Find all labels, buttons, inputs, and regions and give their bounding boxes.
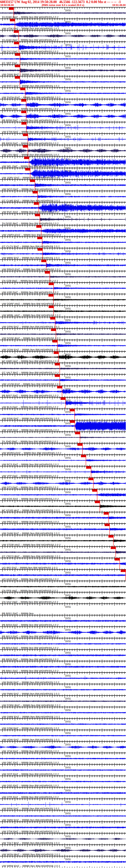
trace-row-uw-lkvw-ehz[interactable]: 19:51xT 4UW LKVW EHZ -- 99999.0km BW HIG… xyxy=(0,374,126,386)
trace-label: UW VFP EHZ -- 99999.0km BW HIGHPASS 2.0 … xyxy=(2,474,58,477)
trace-row-uw-stor-hhz[interactable]: 19:51xT 4UW STOR HHZ -- 99999.0km BW HIG… xyxy=(0,535,126,547)
trace-row-uw-bln-ehz[interactable]: 19:51xT 4UW BLN EHZ -- 99999.0km BW HIGH… xyxy=(0,397,126,409)
waveform xyxy=(0,183,126,187)
trace-row-pb-b004-ehz[interactable]: 19:51PB B004 EHZ -- 99999.0km BW HIGHPAS… xyxy=(0,615,126,627)
trace-canvas: 19:51UW WISH BHZ -- 99999.0km BW HIGHPAS… xyxy=(0,844,126,856)
trace-row-ta-e04d-bhz[interactable]: 19:51xT 4TA E04D BHZ -- 99999.0km BW HIG… xyxy=(0,7,126,19)
trace-row-uw-wrw-ehz[interactable]: 19:51UW WRW EHZ -- 99999.0km BW HIGHPASS… xyxy=(0,856,126,868)
trace-row-uw-rrhs-ehz[interactable]: 19:51xT 4UW RRHS EHZ -- 99999.0km BW HIG… xyxy=(0,259,126,271)
trace-row-uw-otr-ehz[interactable]: 19:51UW OTR EHZ -- 99999.0km BW HIGHPASS… xyxy=(0,787,126,799)
tick-time-label: 19:51 xyxy=(65,135,71,138)
trace-row-cc-sep-ehz[interactable]: 19:51xT 4CC SEP EHZ -- 99999.0km BW HIGH… xyxy=(0,53,126,65)
trace-label: PB B941 EHZ -- 99999.0km BW HIGHPASS 2.0… xyxy=(2,670,58,672)
trace-row-uw-osd-ehz[interactable]: 19:51UW OSD EHZ -- 99999.0km BW HIGHPASS… xyxy=(0,776,126,787)
trace-row-pb-b007-ehz[interactable]: 19:51xT 4PB B007 EHZ -- 99999.0km BW HIG… xyxy=(0,385,126,397)
trace-row-uw-fmw-ehz[interactable]: 19:51UW FMW EHZ -- 99999.0km BW HIGHPASS… xyxy=(0,684,126,695)
trace-row-cn-vgz-hhz[interactable]: 19:51CN VGZ HHZ -- 99999.0km BW HIGHPASS… xyxy=(0,592,126,604)
pick-flag-label: xT 4 xyxy=(34,203,38,205)
trace-row-uw-pat2-ehz[interactable]: 19:51xT 4UW PAT2 EHZ -- 99999.0km BW HIG… xyxy=(0,76,126,88)
trace-row-uw-fork-bhz[interactable]: 19:51UW FORK BHZ -- 99999.0km BW HIGHPAS… xyxy=(0,695,126,707)
pick-flag-label: xT 4 xyxy=(82,455,85,457)
trace-row-uw-oow-ehz[interactable]: 19:51xT 4UW OOW EHZ -- 99999.0km BW HIGH… xyxy=(0,340,126,351)
trace-row-uw-gnw-bhz[interactable]: 19:51xT 4UW GNW BHZ -- 99999.0km BW HIGH… xyxy=(0,64,126,76)
trace-row-uw-vgr-ehz[interactable]: 19:51xT 4UW VGR EHZ -- 99999.0km BW HIGH… xyxy=(0,420,126,432)
trace-row-pb-b005-ehz[interactable]: 19:51xT 4PB B005 EHZ -- 99999.0km BW HIG… xyxy=(0,99,126,111)
trace-row-uw-ot3-ehz[interactable]: 19:51xT 4UW OT3 EHZ -- 99999.0km BW HIGH… xyxy=(0,477,126,489)
trace-row-uw-gmw-ehz[interactable]: 19:51UW GMW EHZ -- 99999.0km BW HIGHPASS… xyxy=(0,707,126,718)
trace-row-uw-nco-ehz[interactable]: 19:51xT 4UW NCO EHZ -- 99999.0km BW HIGH… xyxy=(0,179,126,191)
trace-row-uw-jqrv-ehz[interactable]: 19:51xT 4UW JQRV EHZ -- 99999.0km BW HIG… xyxy=(0,168,126,179)
pick-flag-label: xT 4 xyxy=(109,535,113,537)
trace-row-pb-b013-ehz[interactable]: 19:51PB B013 EHZ -- 99999.0km BW HIGHPAS… xyxy=(0,626,126,638)
trace-row-uw-uwfh-ehz[interactable]: 19:51xT 4UW UWFH EHZ -- 99999.0km BW HIG… xyxy=(0,225,126,237)
trace-row-cc-clms-ehz[interactable]: 19:51xT 4CC CLMS EHZ -- 99999.0km BW HIG… xyxy=(0,191,126,203)
trace-row-uw-dose-bhz[interactable]: 19:51xT 4UW DOSE BHZ -- 99999.0km BW HIG… xyxy=(0,328,126,340)
trace-row-uw-ghw-ehz[interactable]: 19:51xT 4UW GHW EHZ -- 99999.0km BW HIGH… xyxy=(0,523,126,535)
trace-label: PB B006 EHZ -- 99999.0km BW HIGHPASS 2.0… xyxy=(2,119,58,122)
trace-row-uw-bhw-ehz[interactable]: 19:51UW BHW EHZ -- 99999.0km BW HIGHPASS… xyxy=(0,672,126,684)
trace-row-uw-htw-ehz[interactable]: 19:51xT 4UW HTW EHZ -- 99999.0km BW HIGH… xyxy=(0,19,126,30)
trace-row-ta-j04d-bhz[interactable]: 19:51xT 4TA J04D BHZ -- 99999.0km BW HIG… xyxy=(0,432,126,443)
trace-row-uw-ocp-ehz[interactable]: 19:51UW OCP EHZ -- 99999.0km BW HIGHPASS… xyxy=(0,764,126,776)
trace-row-nc-ksxb-hhz[interactable]: 19:51xT 4NC KSXB HHZ -- 99999.0km BW HIG… xyxy=(0,500,126,512)
waveform xyxy=(0,310,126,312)
trace-label: PB B005 EHZ -- 99999.0km BW HIGHPASS 2.0… xyxy=(2,107,58,111)
trace-row-uw-etw-ehz[interactable]: 19:51xT 4UW ETW EHZ -- 99999.0km BW HIGH… xyxy=(0,122,126,133)
trace-row-uo-iro-ehz[interactable]: 19:51xT 4UO IRO EHZ -- 99999.0km BW HIGH… xyxy=(0,558,126,569)
pick-flag-label: xT 4 xyxy=(115,558,119,560)
trace-row-uw-moro-ehz[interactable]: 19:51xT 4UW MORO EHZ -- 99999.0km BW HIG… xyxy=(0,443,126,455)
trace-row-uw-gpw-ehz[interactable]: 19:51xT 4UW GPW EHZ -- 99999.0km BW HIGH… xyxy=(0,317,126,329)
trace-row-uw-ddrf-hhz[interactable]: 19:51xT 4UW DDRF HHZ -- 99999.0km BW HIG… xyxy=(0,294,126,306)
trace-row-uw-svoh-ehz[interactable]: 19:51xT 4UW SVOH EHZ -- 99999.0km BW HIG… xyxy=(0,87,126,99)
pick-flag-label: xT 4 xyxy=(14,30,18,33)
trace-row-uw-rcs-ehz[interactable]: 19:51xT 4UW RCS EHZ -- 99999.0km BW HIGH… xyxy=(0,455,126,466)
trace-row-pb-b926-ehz[interactable]: 19:51xT 4PB B926 EHZ -- 99999.0km BW HIG… xyxy=(0,133,126,145)
trace-row-cc-valt-bhz[interactable]: 19:51xT 4CC VALT BHZ -- 99999.0km BW HIG… xyxy=(0,363,126,374)
trace-row-uw-wish-bhz[interactable]: 19:51UW WISH BHZ -- 99999.0km BW HIGHPAS… xyxy=(0,844,126,856)
trace-canvas: 19:51xT 4UW PRO EHZ -- 99999.0km BW HIGH… xyxy=(0,512,126,524)
trace-row-uw-rsw-ehz[interactable]: 19:51xT 4UW RSW EHZ -- 99999.0km BW HIGH… xyxy=(0,409,126,420)
trace-row-uw-jcw-ehz[interactable]: 19:51UW JCW EHZ -- 99999.0km BW HIGHPASS… xyxy=(0,741,126,753)
trace-row-nc-kmr-hhz[interactable]: 19:51xT 4NC KMR HHZ -- 99999.0km BW HIGH… xyxy=(0,351,126,363)
pick-flag-label: xT 4 xyxy=(25,157,29,159)
trace-row-uw-tolt-bhz[interactable]: 19:51UW TOLT BHZ -- 99999.0km BW HIGHPAS… xyxy=(0,833,126,845)
trace-row-uw-nel-ehz[interactable]: 19:51xT 4UW NEL EHZ -- 99999.0km BW HIGH… xyxy=(0,156,126,168)
trace-row-ta-a04d-bhz[interactable]: 19:51xT 4TA A04D BHZ -- 99999.0km BW HIG… xyxy=(0,30,126,42)
trace-row-uw-mbw-ehz[interactable]: 19:51xT 4UW MBW EHZ -- 99999.0km BW HIGH… xyxy=(0,248,126,259)
trace-row-uw-mrbl-hhz[interactable]: 19:51xT 4UW MRBL HHZ -- 99999.0km BW HIG… xyxy=(0,305,126,317)
trace-row-uo-huo-ehz[interactable]: 19:51xT 4UO HUO EHZ -- 99999.0km BW HIGH… xyxy=(0,569,126,581)
trace-row-cn-ozb-bhz[interactable]: 19:51xT 4CN OZB BHZ -- 99999.0km BW HIGH… xyxy=(0,271,126,282)
trace-row-pb-b928-ehz[interactable]: 19:51PB B928 EHZ -- 99999.0km BW HIGHPAS… xyxy=(0,649,126,661)
trace-canvas: 19:51xT 4CC SEP EHZ -- 99999.0km BW HIGH… xyxy=(0,53,126,65)
trace-row-uw-obc-ehz[interactable]: 19:51UW OBC EHZ -- 99999.0km BW HIGHPASS… xyxy=(0,753,126,764)
trace-canvas: 19:51xT 4UW OT3 EHZ -- 99999.0km BW HIGH… xyxy=(0,477,126,489)
tick-time-label: 19:51 xyxy=(65,239,71,241)
trace-row-cc-clcv-ehz[interactable]: 19:51xT 4CC CLCV EHZ -- 99999.0km BW HIG… xyxy=(0,237,126,248)
trace-canvas: 19:51UW GMW EHZ -- 99999.0km BW HIGHPASS… xyxy=(0,707,126,718)
trace-row-pb-b006-ehz[interactable]: 19:51xT 4PB B006 EHZ -- 99999.0km BW HIG… xyxy=(0,111,126,122)
trace-row-cc-crco-bhz[interactable]: 19:51xT 4CC CRCO BHZ -- 99999.0km BW HIG… xyxy=(0,546,126,558)
trace-row-uw-rvc-ehz[interactable]: 19:51xT 4UW RVC EHZ -- 99999.0km BW HIGH… xyxy=(0,202,126,214)
waveform xyxy=(0,217,126,221)
trace-canvas: 19:51xT 4UW RRHS EHZ -- 99999.0km BW HIG… xyxy=(0,259,126,271)
trace-row-uw-stw-ehz[interactable]: 19:51UW STW EHZ -- 99999.0km BW HIGHPASS… xyxy=(0,822,126,833)
waveform xyxy=(0,654,126,656)
trace-row-uw-vfp-ehz[interactable]: 19:51xT 4UW VFP EHZ -- 99999.0km BW HIGH… xyxy=(0,466,126,477)
trace-row-pb-b001-ehz[interactable]: 19:51PB B001 EHZ -- 99999.0km xyxy=(0,603,126,615)
trace-row-uw-kos-ehz[interactable]: 19:51xT 4UW KOS EHZ -- 99999.0km BW HIGH… xyxy=(0,489,126,501)
trace-row-pb-b941-ehz[interactable]: 19:51PB B941 EHZ -- 99999.0km BW HIGHPAS… xyxy=(0,661,126,673)
trace-row-uw-lriv-bhz[interactable]: 19:51xT 4UW LRIV BHZ -- 99999.0km BW HIG… xyxy=(0,145,126,156)
trace-row-ta-d03d-bhz[interactable]: 19:51xT 4TA D03D BHZ -- 99999.0km BW HIG… xyxy=(0,213,126,225)
trace-row-pb-b014-ehz[interactable]: 19:51PB B014 EHZ -- 99999.0km BW HIGHPAS… xyxy=(0,638,126,650)
trace-row-uw-dy2-ehz[interactable]: 19:51xT 4UW DY2 EHZ -- 99999.0km BW HIGH… xyxy=(0,41,126,53)
trace-row-uw-rpw-ehz[interactable]: 19:51UW RPW EHZ -- 99999.0km BW HIGHPASS… xyxy=(0,799,126,810)
trace-canvas: 19:51xT 4UW NCO EHZ -- 99999.0km BW HIGH… xyxy=(0,179,126,191)
trace-row-cn-pfb-hhz[interactable]: 19:51CN PFB HHZ -- 99999.0km BW HIGHPASS… xyxy=(0,581,126,592)
trace-row-uw-smw-ehz[interactable]: 19:51UW SMW EHZ -- 99999.0km BW HIGHPASS… xyxy=(0,810,126,822)
trace-row-uw-gsm-ehz[interactable]: 19:51UW GSM EHZ -- 99999.0km BW HIGHPASS… xyxy=(0,718,126,730)
trace-row-uw-hdw-ehz[interactable]: 19:51UW HDW EHZ -- 99999.0km BW HIGHPASS… xyxy=(0,730,126,741)
trace-row-uw-asr-ehz[interactable]: 19:51xT 4UW ASR EHZ -- 99999.0km BW HIGH… xyxy=(0,282,126,294)
pick-flag-label: xT 4 xyxy=(51,329,55,331)
trace-row-uw-pro-ehz[interactable]: 19:51xT 4UW PRO EHZ -- 99999.0km BW HIGH… xyxy=(0,512,126,524)
waveform xyxy=(0,320,126,325)
